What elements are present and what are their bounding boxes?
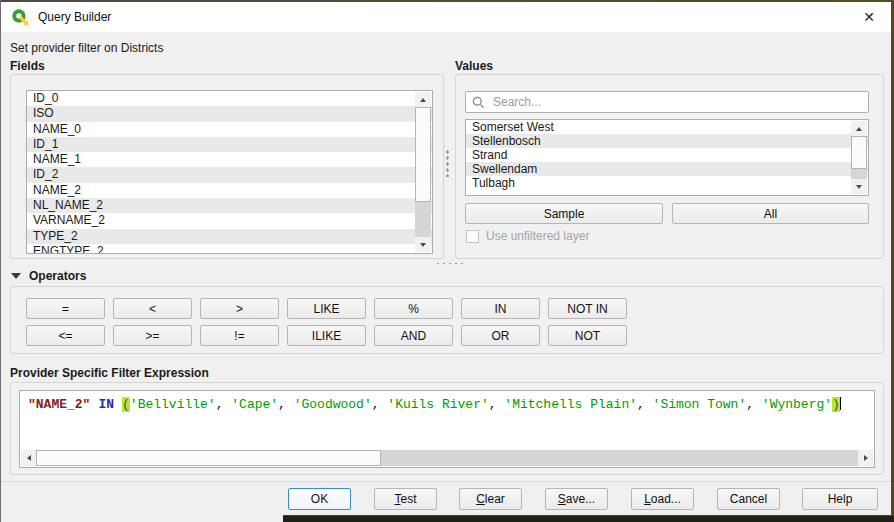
fields-label: Fields <box>10 59 45 73</box>
field-item[interactable]: ID_0 <box>27 91 432 106</box>
expression-string-token: 'Wynberg' <box>762 397 832 412</box>
operator-equals-button[interactable]: = <box>26 298 105 319</box>
field-item[interactable]: NAME_2 <box>27 183 432 198</box>
expression-keyword-token: IN <box>98 397 114 412</box>
operator-not-equal-button[interactable]: != <box>200 325 279 346</box>
clear-button[interactable]: Clear <box>459 488 522 510</box>
operator-or-button[interactable]: OR <box>461 325 540 346</box>
operators-header[interactable]: Operators <box>11 269 86 283</box>
save-button[interactable]: Save... <box>545 488 608 510</box>
operator-ilike-button[interactable]: ILIKE <box>287 325 366 346</box>
operator-percent-button[interactable]: % <box>374 298 453 319</box>
title-bar: Query Builder ✕ <box>1 2 891 32</box>
all-button[interactable]: All <box>672 203 869 224</box>
window-frame-top <box>0 0 894 2</box>
test-button[interactable]: Test <box>374 488 437 510</box>
value-item[interactable]: Swellendam <box>466 162 868 176</box>
values-label: Values <box>455 59 493 73</box>
value-item[interactable]: Stellenbosch <box>466 134 868 148</box>
operators-group: = < > LIKE % IN NOT IN <= >= != ILIKE AN… <box>10 286 884 354</box>
operator-and-button[interactable]: AND <box>374 325 453 346</box>
operator-greater-than-button[interactable]: > <box>200 298 279 319</box>
operator-like-button[interactable]: LIKE <box>287 298 366 319</box>
window-frame-bottom <box>283 515 894 522</box>
operator-less-than-button[interactable]: < <box>113 298 192 319</box>
field-item[interactable]: ENGTYPE_2 <box>27 244 432 254</box>
values-scrollbar-thumb[interactable] <box>851 136 867 169</box>
use-unfiltered-label: Use unfiltered layer <box>486 229 589 243</box>
expression-string-token: 'Cape' <box>231 397 278 412</box>
dialog-subtitle: Set provider filter on Districts <box>10 41 163 55</box>
filter-expression-text: "NAME_2"IN('Bellville', 'Cape', 'Goodwoo… <box>28 397 841 413</box>
load-button[interactable]: Load... <box>631 488 694 510</box>
qgis-logo-icon <box>11 8 29 26</box>
use-unfiltered-checkbox[interactable] <box>466 230 479 243</box>
expression-string-token: 'Kuils River' <box>387 397 488 412</box>
expression-comma-token: , <box>489 397 505 412</box>
value-item[interactable]: Somerset West <box>466 120 868 134</box>
scroll-up-icon[interactable] <box>851 121 867 136</box>
search-input[interactable] <box>491 94 862 110</box>
field-item[interactable]: VARNAME_2 <box>27 213 432 228</box>
scroll-left-icon[interactable] <box>21 450 36 466</box>
field-item[interactable]: NAME_0 <box>27 122 432 137</box>
field-item[interactable]: NL_NAME_2 <box>27 198 432 213</box>
operators-label: Operators <box>29 269 86 283</box>
sample-button[interactable]: Sample <box>465 203 663 224</box>
field-item[interactable]: ISO <box>27 106 432 121</box>
expression-string-token: 'Mitchells Plain' <box>504 397 637 412</box>
footer-separator <box>0 481 894 482</box>
text-cursor <box>840 397 841 410</box>
search-icon <box>472 96 485 109</box>
expression-open-paren-token: ( <box>122 397 130 412</box>
filter-expression-editor[interactable]: "NAME_2"IN('Bellville', 'Cape', 'Goodwoo… <box>19 390 875 468</box>
expression-label: Provider Specific Filter Expression <box>10 366 209 380</box>
expression-horizontal-scrollbar[interactable] <box>21 450 873 466</box>
operator-greater-equal-button[interactable]: >= <box>113 325 192 346</box>
expression-field-token: "NAME_2" <box>28 397 90 412</box>
expression-comma-token: , <box>278 397 294 412</box>
fields-scrollbar-thumb[interactable] <box>415 107 431 202</box>
operator-less-equal-button[interactable]: <= <box>26 325 105 346</box>
vertical-splitter-handle[interactable] <box>446 149 449 177</box>
expression-comma-token: , <box>216 397 232 412</box>
operator-not-in-button[interactable]: NOT IN <box>548 298 627 319</box>
expression-comma-token: , <box>372 397 388 412</box>
values-scrollbar[interactable] <box>851 121 867 194</box>
field-item[interactable]: ID_1 <box>27 137 432 152</box>
field-item[interactable]: ID_2 <box>27 167 432 182</box>
horizontal-splitter-handle[interactable] <box>435 262 463 265</box>
scroll-right-icon[interactable] <box>858 450 873 466</box>
fields-list[interactable]: ID_0 ISO NAME_0 ID_1 NAME_1 ID_2 NAME_2 … <box>26 90 433 254</box>
values-list[interactable]: Somerset West Stellenbosch Strand Swelle… <box>465 119 869 196</box>
expression-string-token: 'Bellville' <box>130 397 216 412</box>
expression-comma-token: , <box>746 397 762 412</box>
cancel-button[interactable]: Cancel <box>717 488 780 510</box>
window-title: Query Builder <box>38 10 111 24</box>
scroll-up-icon[interactable] <box>415 92 431 107</box>
close-icon[interactable]: ✕ <box>857 5 881 29</box>
window-frame-left <box>0 0 1 522</box>
field-item[interactable]: TYPE_2 <box>27 229 432 244</box>
help-button[interactable]: Help <box>802 488 878 510</box>
operator-in-button[interactable]: IN <box>461 298 540 319</box>
expression-close-paren-token: ) <box>832 397 840 412</box>
expression-string-token: 'Goodwood' <box>294 397 372 412</box>
field-item[interactable]: NAME_1 <box>27 152 432 167</box>
fields-scrollbar[interactable] <box>415 92 431 252</box>
use-unfiltered-layer-checkbox-row: Use unfiltered layer <box>466 229 589 243</box>
query-builder-dialog: Query Builder ✕ Set provider filter on D… <box>0 0 894 522</box>
value-item[interactable]: Strand <box>466 148 868 162</box>
scroll-down-icon[interactable] <box>415 237 431 252</box>
collapse-triangle-icon[interactable] <box>11 273 21 279</box>
operator-not-button[interactable]: NOT <box>548 325 627 346</box>
scroll-down-icon[interactable] <box>851 179 867 194</box>
value-item[interactable]: Tulbagh <box>466 176 868 190</box>
expression-group: "NAME_2"IN('Bellville', 'Cape', 'Goodwoo… <box>10 382 884 475</box>
expression-string-token: 'Simon Town' <box>653 397 747 412</box>
expression-scrollbar-thumb[interactable] <box>36 450 381 466</box>
ok-button[interactable]: OK <box>288 488 351 510</box>
values-search-box[interactable] <box>465 91 869 113</box>
fields-group: ID_0 ISO NAME_0 ID_1 NAME_1 ID_2 NAME_2 … <box>10 74 444 259</box>
values-group: Somerset West Stellenbosch Strand Swelle… <box>455 74 884 259</box>
